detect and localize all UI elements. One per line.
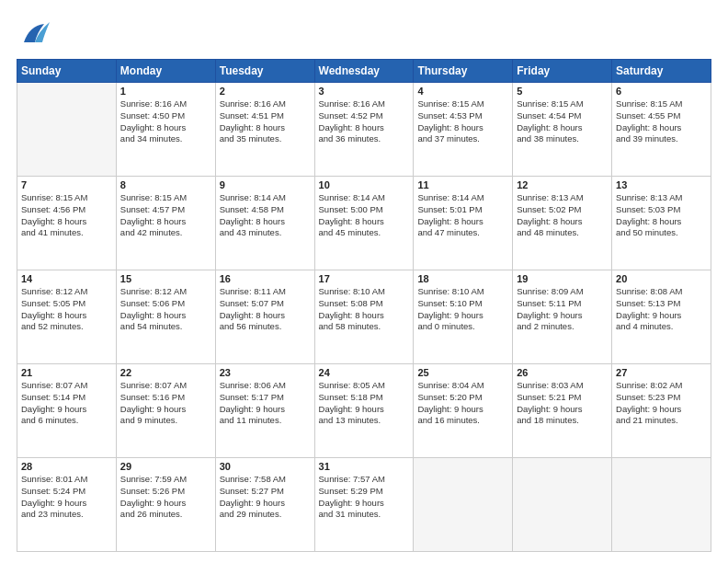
calendar-week-row: 21Sunrise: 8:07 AM Sunset: 5:14 PM Dayli… bbox=[17, 364, 711, 458]
calendar-cell: 24Sunrise: 8:05 AM Sunset: 5:18 PM Dayli… bbox=[314, 364, 414, 458]
day-number: 20 bbox=[616, 273, 707, 284]
day-info: Sunrise: 8:04 AM Sunset: 5:20 PM Dayligh… bbox=[417, 380, 508, 427]
day-info: Sunrise: 8:16 AM Sunset: 4:52 PM Dayligh… bbox=[319, 98, 410, 145]
calendar-cell: 23Sunrise: 8:06 AM Sunset: 5:17 PM Dayli… bbox=[215, 364, 314, 458]
calendar-cell: 27Sunrise: 8:02 AM Sunset: 5:23 PM Dayli… bbox=[612, 364, 711, 458]
calendar-cell bbox=[612, 458, 711, 552]
day-number: 7 bbox=[21, 179, 112, 190]
calendar-cell: 8Sunrise: 8:15 AM Sunset: 4:57 PM Daylig… bbox=[116, 177, 215, 270]
weekday-header: Friday bbox=[513, 60, 612, 83]
day-info: Sunrise: 8:08 AM Sunset: 5:13 PM Dayligh… bbox=[616, 286, 707, 333]
weekday-header: Wednesday bbox=[314, 60, 414, 83]
day-info: Sunrise: 8:14 AM Sunset: 5:00 PM Dayligh… bbox=[319, 192, 410, 239]
day-info: Sunrise: 8:15 AM Sunset: 4:57 PM Dayligh… bbox=[120, 192, 211, 239]
day-number: 27 bbox=[616, 367, 707, 378]
day-number: 28 bbox=[21, 461, 112, 472]
calendar-cell: 20Sunrise: 8:08 AM Sunset: 5:13 PM Dayli… bbox=[612, 270, 711, 364]
day-info: Sunrise: 8:06 AM Sunset: 5:17 PM Dayligh… bbox=[220, 380, 311, 427]
calendar-cell bbox=[513, 458, 612, 552]
day-number: 19 bbox=[517, 273, 608, 284]
weekday-header: Thursday bbox=[414, 60, 513, 83]
day-info: Sunrise: 8:12 AM Sunset: 5:05 PM Dayligh… bbox=[21, 286, 112, 333]
day-info: Sunrise: 8:16 AM Sunset: 4:50 PM Dayligh… bbox=[120, 98, 211, 145]
calendar-cell: 5Sunrise: 8:15 AM Sunset: 4:54 PM Daylig… bbox=[513, 83, 612, 177]
calendar-cell: 28Sunrise: 8:01 AM Sunset: 5:24 PM Dayli… bbox=[17, 458, 117, 552]
calendar-cell: 21Sunrise: 8:07 AM Sunset: 5:14 PM Dayli… bbox=[17, 364, 117, 458]
calendar-cell: 3Sunrise: 8:16 AM Sunset: 4:52 PM Daylig… bbox=[314, 83, 414, 177]
calendar-cell: 19Sunrise: 8:09 AM Sunset: 5:11 PM Dayli… bbox=[513, 270, 612, 364]
calendar-cell: 22Sunrise: 8:07 AM Sunset: 5:16 PM Dayli… bbox=[116, 364, 215, 458]
day-info: Sunrise: 8:01 AM Sunset: 5:24 PM Dayligh… bbox=[21, 474, 112, 521]
day-number: 23 bbox=[220, 367, 311, 378]
calendar-cell: 29Sunrise: 7:59 AM Sunset: 5:26 PM Dayli… bbox=[116, 458, 215, 552]
day-info: Sunrise: 8:07 AM Sunset: 5:16 PM Dayligh… bbox=[120, 380, 211, 427]
day-number: 17 bbox=[319, 273, 410, 284]
day-info: Sunrise: 8:14 AM Sunset: 4:58 PM Dayligh… bbox=[220, 192, 311, 239]
day-number: 26 bbox=[517, 367, 608, 378]
day-number: 11 bbox=[417, 179, 508, 190]
day-number: 22 bbox=[120, 367, 211, 378]
day-info: Sunrise: 7:57 AM Sunset: 5:29 PM Dayligh… bbox=[319, 474, 410, 521]
day-info: Sunrise: 7:59 AM Sunset: 5:26 PM Dayligh… bbox=[120, 474, 211, 521]
weekday-header: Tuesday bbox=[215, 60, 314, 83]
day-number: 12 bbox=[517, 179, 608, 190]
day-info: Sunrise: 8:05 AM Sunset: 5:18 PM Dayligh… bbox=[319, 380, 410, 427]
day-number: 9 bbox=[220, 179, 311, 190]
calendar-cell bbox=[17, 83, 117, 177]
day-number: 29 bbox=[120, 461, 211, 472]
calendar-cell: 6Sunrise: 8:15 AM Sunset: 4:55 PM Daylig… bbox=[612, 83, 711, 177]
day-info: Sunrise: 8:16 AM Sunset: 4:51 PM Dayligh… bbox=[220, 98, 311, 145]
day-number: 31 bbox=[319, 461, 410, 472]
calendar-cell: 15Sunrise: 8:12 AM Sunset: 5:06 PM Dayli… bbox=[116, 270, 215, 364]
calendar-cell: 25Sunrise: 8:04 AM Sunset: 5:20 PM Dayli… bbox=[414, 364, 513, 458]
calendar-cell: 18Sunrise: 8:10 AM Sunset: 5:10 PM Dayli… bbox=[414, 270, 513, 364]
day-info: Sunrise: 8:15 AM Sunset: 4:54 PM Dayligh… bbox=[517, 98, 608, 145]
day-info: Sunrise: 8:15 AM Sunset: 4:55 PM Dayligh… bbox=[616, 98, 707, 145]
day-info: Sunrise: 8:10 AM Sunset: 5:10 PM Dayligh… bbox=[417, 286, 508, 333]
calendar-header-row: SundayMondayTuesdayWednesdayThursdayFrid… bbox=[17, 60, 711, 83]
calendar-week-row: 1Sunrise: 8:16 AM Sunset: 4:50 PM Daylig… bbox=[17, 83, 711, 177]
day-number: 14 bbox=[21, 273, 112, 284]
day-number: 4 bbox=[417, 86, 508, 97]
calendar-cell: 31Sunrise: 7:57 AM Sunset: 5:29 PM Dayli… bbox=[314, 458, 414, 552]
day-number: 10 bbox=[319, 179, 410, 190]
day-info: Sunrise: 8:03 AM Sunset: 5:21 PM Dayligh… bbox=[517, 380, 608, 427]
day-number: 25 bbox=[417, 367, 508, 378]
calendar-cell bbox=[414, 458, 513, 552]
day-info: Sunrise: 8:13 AM Sunset: 5:03 PM Dayligh… bbox=[616, 192, 707, 239]
calendar-cell: 4Sunrise: 8:15 AM Sunset: 4:53 PM Daylig… bbox=[414, 83, 513, 177]
calendar-table: SundayMondayTuesdayWednesdayThursdayFrid… bbox=[17, 59, 711, 552]
calendar-week-row: 14Sunrise: 8:12 AM Sunset: 5:05 PM Dayli… bbox=[17, 270, 711, 364]
calendar-cell: 7Sunrise: 8:15 AM Sunset: 4:56 PM Daylig… bbox=[17, 177, 117, 270]
day-number: 13 bbox=[616, 179, 707, 190]
day-info: Sunrise: 8:10 AM Sunset: 5:08 PM Dayligh… bbox=[319, 286, 410, 333]
day-number: 30 bbox=[220, 461, 311, 472]
page-header bbox=[17, 17, 711, 52]
calendar-cell: 14Sunrise: 8:12 AM Sunset: 5:05 PM Dayli… bbox=[17, 270, 117, 364]
day-number: 15 bbox=[120, 273, 211, 284]
logo-icon bbox=[17, 17, 51, 52]
weekday-header: Sunday bbox=[17, 60, 117, 83]
day-number: 2 bbox=[220, 86, 311, 97]
calendar-cell: 12Sunrise: 8:13 AM Sunset: 5:02 PM Dayli… bbox=[513, 177, 612, 270]
day-number: 6 bbox=[616, 86, 707, 97]
calendar-week-row: 7Sunrise: 8:15 AM Sunset: 4:56 PM Daylig… bbox=[17, 177, 711, 270]
day-info: Sunrise: 8:14 AM Sunset: 5:01 PM Dayligh… bbox=[417, 192, 508, 239]
day-info: Sunrise: 8:02 AM Sunset: 5:23 PM Dayligh… bbox=[616, 380, 707, 427]
day-number: 8 bbox=[120, 179, 211, 190]
day-number: 1 bbox=[120, 86, 211, 97]
calendar-cell: 2Sunrise: 8:16 AM Sunset: 4:51 PM Daylig… bbox=[215, 83, 314, 177]
logo bbox=[17, 17, 57, 52]
calendar-cell: 26Sunrise: 8:03 AM Sunset: 5:21 PM Dayli… bbox=[513, 364, 612, 458]
day-info: Sunrise: 8:07 AM Sunset: 5:14 PM Dayligh… bbox=[21, 380, 112, 427]
day-number: 18 bbox=[417, 273, 508, 284]
day-number: 24 bbox=[319, 367, 410, 378]
weekday-header: Saturday bbox=[612, 60, 711, 83]
day-number: 16 bbox=[220, 273, 311, 284]
day-info: Sunrise: 8:09 AM Sunset: 5:11 PM Dayligh… bbox=[517, 286, 608, 333]
calendar-week-row: 28Sunrise: 8:01 AM Sunset: 5:24 PM Dayli… bbox=[17, 458, 711, 552]
calendar-cell: 1Sunrise: 8:16 AM Sunset: 4:50 PM Daylig… bbox=[116, 83, 215, 177]
calendar-cell: 10Sunrise: 8:14 AM Sunset: 5:00 PM Dayli… bbox=[314, 177, 414, 270]
day-info: Sunrise: 8:11 AM Sunset: 5:07 PM Dayligh… bbox=[220, 286, 311, 333]
day-info: Sunrise: 8:15 AM Sunset: 4:53 PM Dayligh… bbox=[417, 98, 508, 145]
